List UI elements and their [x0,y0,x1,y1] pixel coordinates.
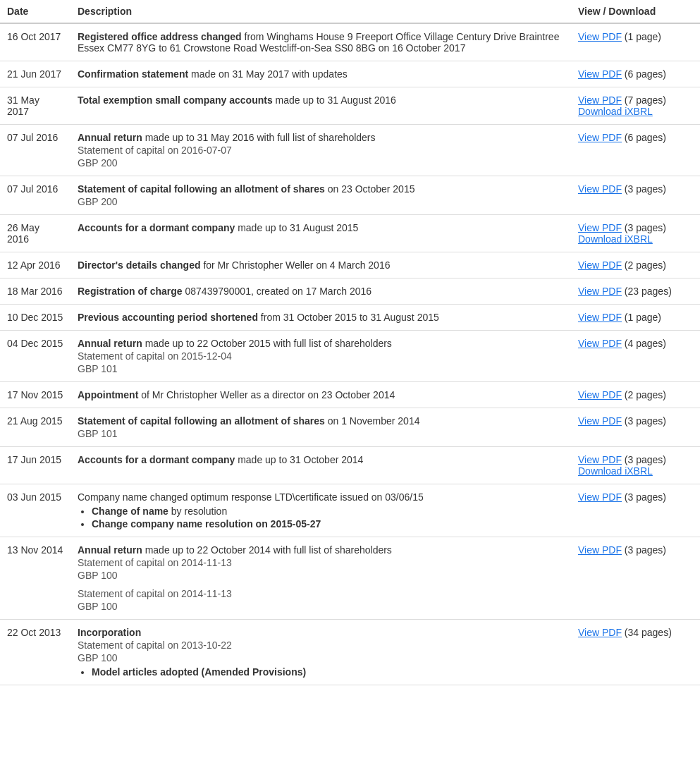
view-pdf-link[interactable]: View PDF [578,259,622,271]
pdf-pages: (3 pages) [622,454,666,465]
table-row: 17 Nov 2015Appointment of Mr Christopher… [0,382,700,408]
description-bold: Total exemption small company accounts [78,94,273,106]
filing-view-download: View PDF (3 pages) [571,176,700,215]
filing-view-download: View PDF (3 pages) [571,408,700,447]
table-row: 16 Oct 2017Registered office address cha… [0,23,700,61]
view-pdf-link[interactable]: View PDF [578,389,622,400]
description-rest: 087439790001, created on 17 March 2016 [183,286,372,297]
header-view-download: View / Download [571,0,700,23]
table-row: 31 May 2017Total exemption small company… [0,87,700,125]
filing-date: 07 Jul 2016 [0,176,70,215]
download-ixbrl-link[interactable]: Download iXBRL [578,465,653,477]
sub-line: GBP 100 [78,652,564,663]
table-row: 07 Jul 2016Statement of capital followin… [0,176,700,215]
table-row: 17 Jun 2015Accounts for a dormant compan… [0,447,700,484]
pdf-pages: (2 pages) [622,259,666,271]
view-pdf-link[interactable]: View PDF [578,312,622,323]
header-description: Description [70,0,571,23]
pdf-pages: (2 pages) [622,389,666,400]
description-bold: Previous accounting period shortened [78,312,258,323]
view-pdf-link[interactable]: View PDF [578,94,622,106]
bullet-item: Change of name by resolution [92,506,564,517]
pdf-pages: (3 pages) [622,544,666,556]
description-rest: Company name changed optimum response LT… [78,491,424,503]
bullet-item: Model articles adopted (Amended Provisio… [92,666,564,678]
view-pdf-link[interactable]: View PDF [578,627,622,638]
sub-line: GBP 101 [78,363,564,374]
pdf-pages: (7 pages) [622,94,666,106]
view-pdf-link[interactable]: View PDF [578,491,622,503]
table-row: 03 Jun 2015Company name changed optimum … [0,484,700,537]
download-ixbrl-link[interactable]: Download iXBRL [578,233,653,245]
view-pdf-link[interactable]: View PDF [578,415,622,427]
filing-date: 21 Jun 2017 [0,61,70,87]
filing-view-download: View PDF (3 pages)Download iXBRL [571,447,700,484]
description-bold: Confirmation statement [78,68,188,80]
filing-view-download: View PDF (4 pages) [571,331,700,382]
table-row: 21 Aug 2015Statement of capital followin… [0,408,700,447]
sub-line: Statement of capital on 2016-07-07 [78,145,564,156]
description-rest: made up to 22 October 2014 with full lis… [142,544,392,556]
description-rest: on 23 October 2015 [325,183,415,195]
filing-description: Statement of capital following an allotm… [70,408,571,447]
table-row: 22 Oct 2013IncorporationStatement of cap… [0,620,700,685]
sub-line: GBP 100 [78,570,564,581]
pdf-pages: (3 pages) [622,491,666,503]
view-pdf-link[interactable]: View PDF [578,183,622,195]
pdf-pages: (4 pages) [622,338,666,349]
filing-view-download: View PDF (3 pages) [571,537,700,620]
filing-description: Total exemption small company accounts m… [70,87,571,125]
filing-view-download: View PDF (2 pages) [571,382,700,408]
view-pdf-link[interactable]: View PDF [578,132,622,143]
filing-date: 10 Dec 2015 [0,305,70,331]
view-pdf-link[interactable]: View PDF [578,454,622,465]
description-rest: made up to 22 October 2015 with full lis… [142,338,392,349]
sub-line: Statement of capital on 2015-12-04 [78,350,564,362]
filing-date: 13 Nov 2014 [0,537,70,620]
filing-description: Statement of capital following an allotm… [70,176,571,215]
table-row: 10 Dec 2015Previous accounting period sh… [0,305,700,331]
filing-date: 17 Nov 2015 [0,382,70,408]
description-rest: made up to 31 August 2016 [273,94,396,106]
view-pdf-link[interactable]: View PDF [578,68,622,80]
filing-description: Annual return made up to 31 May 2016 wit… [70,125,571,176]
description-rest: made up to 31 October 2014 [235,454,363,465]
filings-table: Date Description View / Download 16 Oct … [0,0,700,685]
download-ixbrl-link[interactable]: Download iXBRL [578,106,653,117]
pdf-pages: (3 pages) [622,183,666,195]
pdf-pages: (23 pages) [622,286,672,297]
view-pdf-link[interactable]: View PDF [578,31,622,42]
filing-date: 16 Oct 2017 [0,23,70,61]
filing-date: 04 Dec 2015 [0,331,70,382]
filing-view-download: View PDF (3 pages)Download iXBRL [571,215,700,252]
filing-view-download: View PDF (6 pages) [571,125,700,176]
view-pdf-link[interactable]: View PDF [578,338,622,349]
sub-line: GBP 101 [78,428,564,439]
filing-date: 26 May 2016 [0,215,70,252]
filing-date: 12 Apr 2016 [0,252,70,279]
table-row: 07 Jul 2016Annual return made up to 31 M… [0,125,700,176]
view-pdf-link[interactable]: View PDF [578,222,622,233]
sub-line: GBP 200 [78,196,564,207]
description-rest: made up to 31 May 2016 with full list of… [142,132,376,143]
view-pdf-link[interactable]: View PDF [578,286,622,297]
description-bold: Incorporation [78,627,141,638]
filing-view-download: View PDF (23 pages) [571,279,700,305]
filing-date: 17 Jun 2015 [0,447,70,484]
description-bold: Annual return [78,132,142,143]
description-bold: Annual return [78,544,142,556]
filing-description: Annual return made up to 22 October 2015… [70,331,571,382]
description-rest: on 1 November 2014 [325,415,420,427]
description-bold: Registration of charge [78,286,183,297]
filing-view-download: View PDF (6 pages) [571,61,700,87]
filing-description: IncorporationStatement of capital on 201… [70,620,571,685]
bullet-item: Change company name resolution on 2015-0… [92,518,564,530]
filing-view-download: View PDF (7 pages)Download iXBRL [571,87,700,125]
view-pdf-link[interactable]: View PDF [578,544,622,556]
filing-date: 21 Aug 2015 [0,408,70,447]
filing-description: Appointment of Mr Christopher Weller as … [70,382,571,408]
bullet-list: Model articles adopted (Amended Provisio… [92,666,564,678]
description-bold: Appointment [78,389,138,400]
filing-view-download: View PDF (2 pages) [571,252,700,279]
description-bold: Statement of capital following an allotm… [78,183,325,195]
